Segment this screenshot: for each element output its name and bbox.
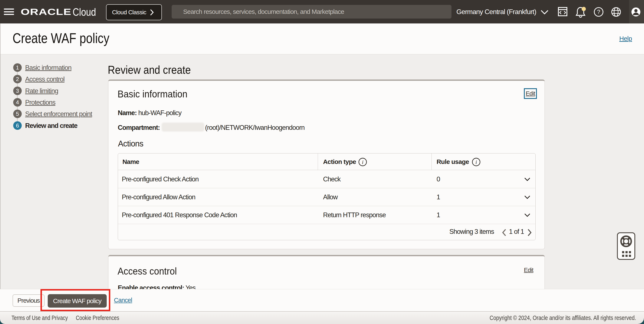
svg-text:i: i	[362, 159, 363, 165]
svg-text:?: ?	[597, 9, 600, 15]
svg-text:i: i	[475, 159, 477, 165]
